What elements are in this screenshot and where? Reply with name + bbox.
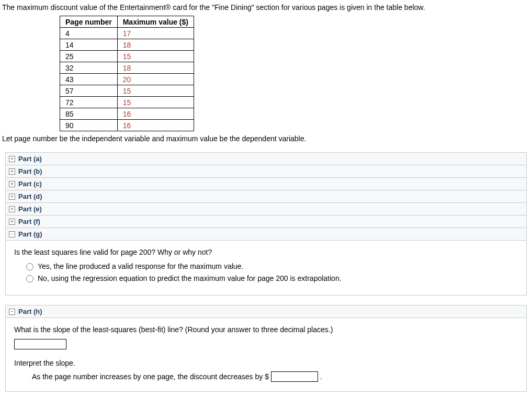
slope-input[interactable]: [14, 339, 66, 349]
part-h-header[interactable]: − Part (h): [6, 305, 526, 318]
plus-icon: +: [9, 206, 15, 212]
option-no-row[interactable]: No, using the regression equation to pre…: [24, 274, 521, 282]
part-f-header[interactable]: + Part (f): [6, 216, 526, 228]
cell-page: 43: [60, 74, 118, 85]
part-label: Part (f): [18, 218, 40, 225]
cell-page: 4: [60, 28, 118, 39]
plus-icon: +: [9, 181, 15, 187]
part-label: Part (h): [18, 308, 42, 315]
cell-page: 25: [60, 51, 118, 62]
option-yes-label: Yes, the line produced a valid response …: [38, 262, 243, 270]
cell-value: 20: [117, 74, 194, 85]
part-d-header[interactable]: + Part (d): [6, 190, 526, 203]
cell-page: 57: [60, 85, 118, 97]
plus-icon: +: [9, 156, 15, 162]
part-label: Part (e): [18, 205, 42, 213]
part-label: Part (c): [18, 180, 42, 188]
table-row: 2515: [60, 51, 194, 62]
part-g-question: Is the least squares line valid for page…: [14, 248, 521, 256]
col-header-page: Page number: [60, 16, 118, 28]
interpret-text-a: As the page number increases by one page…: [32, 372, 269, 381]
part-label: Part (a): [18, 155, 42, 163]
table-row: 8516: [60, 108, 194, 120]
table-row: 3218: [60, 62, 194, 74]
part-g-body: Is the least squares line valid for page…: [5, 241, 527, 296]
minus-icon: −: [9, 309, 15, 315]
table-row: 7215: [60, 97, 194, 108]
variables-note: Let page number be the independent varia…: [2, 134, 530, 143]
cell-page: 90: [60, 120, 118, 131]
cell-value: 18: [117, 39, 194, 51]
parts-accordion-2: − Part (h): [5, 305, 527, 318]
option-no-label: No, using the regression equation to pre…: [38, 274, 342, 282]
cell-value: 17: [117, 28, 194, 39]
option-yes-row[interactable]: Yes, the line produced a valid response …: [24, 262, 521, 270]
intro-text: The maximum discount value of the Entert…: [2, 3, 530, 12]
plus-icon: +: [9, 168, 15, 175]
part-h-body: What is the slope of the least-squares (…: [5, 318, 527, 392]
cell-value: 15: [117, 97, 194, 108]
plus-icon: +: [9, 194, 15, 200]
cell-value: 15: [117, 85, 194, 97]
cell-page: 72: [60, 97, 118, 108]
cell-page: 32: [60, 62, 118, 74]
part-b-header[interactable]: + Part (b): [6, 165, 526, 178]
part-label: Part (b): [18, 167, 42, 175]
part-c-header[interactable]: + Part (c): [6, 178, 526, 190]
interpret-input[interactable]: [271, 371, 318, 382]
table-row: 5715: [60, 85, 194, 97]
col-header-value: Maximum value ($): [117, 16, 194, 28]
cell-page: 85: [60, 108, 118, 120]
part-e-header[interactable]: + Part (e): [6, 203, 526, 216]
table-row: 4320: [60, 74, 194, 85]
cell-value: 16: [117, 120, 194, 131]
cell-value: 15: [117, 51, 194, 62]
table-row: 417: [60, 28, 194, 39]
cell-page: 14: [60, 39, 118, 51]
plus-icon: +: [9, 219, 15, 225]
table-row: 1418: [60, 39, 194, 51]
radio-no[interactable]: [26, 275, 33, 282]
radio-yes[interactable]: [26, 263, 33, 270]
table-row: 9016: [60, 120, 194, 131]
data-table: Page number Maximum value ($) 417 1418 2…: [60, 16, 194, 131]
cell-value: 16: [117, 108, 194, 120]
interpret-text-b: .: [320, 372, 322, 381]
minus-icon: −: [9, 231, 15, 237]
part-a-header[interactable]: + Part (a): [6, 153, 526, 165]
part-h-question: What is the slope of the least-squares (…: [14, 325, 521, 334]
interpret-line: As the page number increases by one page…: [32, 371, 521, 382]
part-label: Part (d): [18, 192, 42, 200]
interpret-heading: Interpret the slope.: [14, 359, 521, 367]
part-g-header[interactable]: − Part (g): [6, 228, 526, 241]
parts-accordion: + Part (a) + Part (b) + Part (c) + Part …: [5, 152, 527, 241]
part-label: Part (g): [18, 230, 42, 238]
cell-value: 18: [117, 62, 194, 74]
